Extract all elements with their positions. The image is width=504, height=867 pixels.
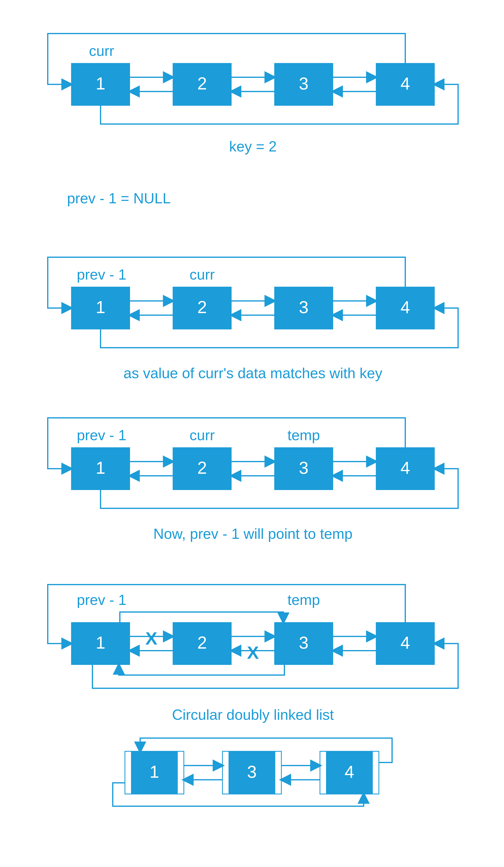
step2-caption: as value of curr's data matches with key — [123, 365, 382, 381]
key-label: key = 2 — [229, 138, 277, 154]
arrow-3-to-1-new — [119, 665, 284, 675]
node-4-value: 4 — [401, 633, 410, 652]
step3-list: prev - 1 curr temp 1 2 3 4 Now, prev - 1… — [48, 418, 458, 542]
node-1-value: 1 — [150, 762, 159, 781]
prev-null-label: prev - 1 = NULL — [67, 190, 171, 206]
step5-list: 1 3 4 — [113, 738, 392, 806]
prev1-label: prev - 1 — [77, 592, 127, 608]
step1: curr 1 2 3 4 key = 2 — [48, 34, 458, 154]
curr-label: curr — [189, 266, 215, 282]
curr-label: curr — [89, 43, 114, 59]
node-4-value: 4 — [344, 762, 354, 781]
prev1-label: prev - 1 — [77, 266, 127, 282]
node-2-value: 2 — [197, 298, 207, 317]
curr-label: curr — [189, 427, 215, 443]
node-1-value: 1 — [96, 74, 105, 93]
node-4-value: 4 — [401, 74, 410, 93]
step4-list: prev - 1 temp 1 2 3 4 X X Circular doubl… — [48, 585, 458, 723]
node-3-value: 3 — [299, 633, 308, 652]
node-4-value: 4 — [401, 298, 410, 317]
node-2-value: 2 — [197, 74, 207, 93]
step2-list: prev - 1 curr 1 2 3 4 as value of curr's… — [48, 257, 458, 381]
node-3-value: 3 — [299, 74, 308, 93]
node-1-value: 1 — [96, 633, 105, 652]
step2: prev - 1 = NULL — [67, 190, 171, 206]
x-icon-2: X — [247, 643, 259, 663]
node-2-value: 2 — [197, 458, 207, 478]
node-3-value: 3 — [299, 298, 308, 317]
step4-caption: Circular doubly linked list — [172, 707, 334, 723]
node-3-value: 3 — [299, 458, 308, 478]
node-1-value: 1 — [96, 298, 105, 317]
temp-label: temp — [287, 427, 320, 443]
prev1-label: prev - 1 — [77, 427, 127, 443]
arrow-1-to-3-new — [120, 612, 283, 622]
node-3-value: 3 — [247, 762, 256, 781]
temp-label: temp — [287, 592, 320, 608]
node-4-value: 4 — [401, 458, 410, 478]
node-1-value: 1 — [96, 458, 105, 478]
node-2-value: 2 — [197, 633, 207, 652]
x-icon-1: X — [145, 628, 157, 649]
diagram-svg: curr 1 2 3 4 key = 2 prev - 1 = NULL pre… — [0, 0, 504, 867]
step3-caption: Now, prev - 1 will point to temp — [153, 526, 352, 542]
